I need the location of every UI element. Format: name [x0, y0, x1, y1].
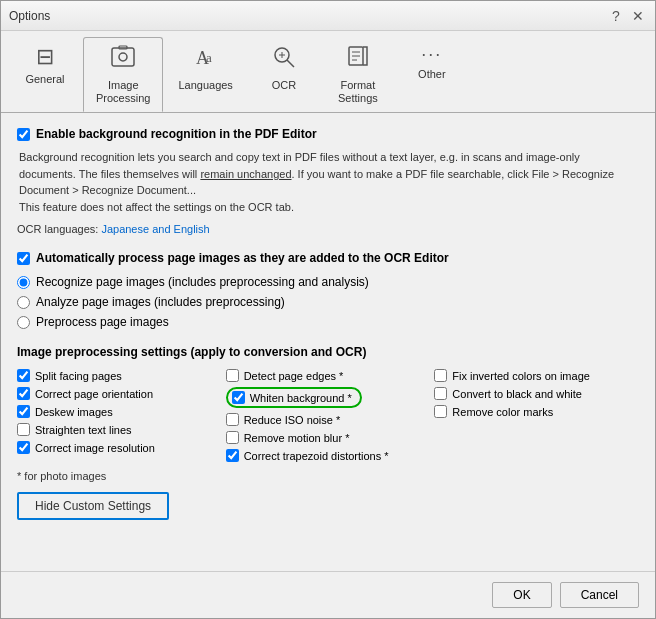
languages-icon: A a	[193, 44, 219, 76]
cb-detect-page-edges[interactable]: Detect page edges *	[226, 369, 431, 382]
ocr-languages-link[interactable]: Japanese and English	[101, 223, 209, 235]
hide-custom-settings-button[interactable]: Hide Custom Settings	[17, 492, 169, 520]
cb-split-facing[interactable]: Split facing pages	[17, 369, 222, 382]
tab-format-settings[interactable]: FormatSettings	[322, 37, 394, 112]
footer: OK Cancel	[1, 571, 655, 618]
radio-analyze-input[interactable]	[17, 296, 30, 309]
radio-preprocess[interactable]: Preprocess page images	[17, 315, 639, 329]
desc-underline: remain unchanged	[200, 168, 291, 180]
cb-whiten-background[interactable]: Whiten background *	[226, 387, 431, 408]
radio-analyze[interactable]: Analyze page images (includes preprocess…	[17, 295, 639, 309]
section-background-recognition: Enable background recognition in the PDF…	[17, 127, 639, 235]
main-content: Enable background recognition in the PDF…	[1, 113, 655, 571]
cb-whiten-bg-input[interactable]	[232, 391, 245, 404]
cb-reduce-iso[interactable]: Reduce ISO noise *	[226, 413, 431, 426]
tab-general[interactable]: ⊟ General	[9, 37, 81, 112]
desc-line4: This feature does not affect the setting…	[19, 201, 294, 213]
tab-ocr[interactable]: OCR	[248, 37, 320, 112]
cancel-button[interactable]: Cancel	[560, 582, 639, 608]
help-button[interactable]: ?	[607, 7, 625, 25]
radio-group: Recognize page images (includes preproce…	[17, 275, 639, 329]
tab-other[interactable]: ··· Other	[396, 37, 468, 112]
preprocessing-col1: Split facing pages Correct page orientat…	[17, 369, 222, 462]
desc-line1: Background recognition lets you search a…	[19, 151, 580, 163]
radio-recognize-label: Recognize page images (includes preproce…	[36, 275, 369, 289]
tab-general-label: General	[25, 73, 64, 86]
enable-bg-recognition-label[interactable]: Enable background recognition in the PDF…	[17, 127, 639, 141]
preprocessing-title: Image preprocessing settings (apply to c…	[17, 345, 639, 359]
radio-preprocess-input[interactable]	[17, 316, 30, 329]
title-bar: Options ? ✕	[1, 1, 655, 31]
desc-line3: Document > Recognize Document...	[19, 184, 196, 196]
radio-recognize-input[interactable]	[17, 276, 30, 289]
cb-straighten[interactable]: Straighten text lines	[17, 423, 222, 436]
svg-text:a: a	[206, 50, 212, 65]
ocr-languages-row: OCR languages: Japanese and English	[17, 223, 639, 235]
radio-preprocess-label: Preprocess page images	[36, 315, 169, 329]
preprocessing-grid: Split facing pages Correct page orientat…	[17, 369, 639, 462]
svg-line-6	[287, 60, 294, 67]
auto-process-text: Automatically process page images as the…	[36, 251, 449, 265]
auto-process-label[interactable]: Automatically process page images as the…	[17, 251, 639, 265]
cb-deskew[interactable]: Deskew images	[17, 405, 222, 418]
footnote: * for photo images	[17, 470, 639, 482]
image-processing-icon	[110, 44, 136, 76]
cb-correct-resolution[interactable]: Correct image resolution	[17, 441, 222, 454]
other-icon: ···	[421, 44, 442, 65]
whiten-highlight: Whiten background *	[226, 387, 362, 408]
ocr-languages-label: OCR languages:	[17, 223, 98, 235]
tab-other-label: Other	[418, 68, 446, 81]
section-auto-process: Automatically process page images as the…	[17, 251, 639, 329]
ok-button[interactable]: OK	[492, 582, 551, 608]
enable-bg-recognition-text: Enable background recognition in the PDF…	[36, 127, 317, 141]
format-settings-icon	[345, 44, 371, 76]
hide-btn-container: Hide Custom Settings	[17, 492, 639, 520]
tab-image-processing[interactable]: ImageProcessing	[83, 37, 163, 112]
preprocessing-col3: Fix inverted colors on image Convert to …	[434, 369, 639, 462]
dialog-title: Options	[9, 9, 50, 23]
tab-languages-label: Languages	[178, 79, 232, 92]
cb-correct-orientation[interactable]: Correct page orientation	[17, 387, 222, 400]
tab-image-processing-label: ImageProcessing	[96, 79, 150, 105]
cb-convert-bw[interactable]: Convert to black and white	[434, 387, 639, 400]
section-preprocessing: Image preprocessing settings (apply to c…	[17, 345, 639, 520]
tab-languages[interactable]: A a Languages	[165, 37, 245, 112]
tab-ocr-label: OCR	[272, 79, 296, 92]
close-button[interactable]: ✕	[629, 7, 647, 25]
bg-recognition-description: Background recognition lets you search a…	[17, 149, 639, 215]
tab-bar: ⊟ General ImageProcessing A a Languages	[1, 31, 655, 113]
tab-format-settings-label: FormatSettings	[338, 79, 378, 105]
enable-bg-recognition-checkbox[interactable]	[17, 128, 30, 141]
preprocessing-col2: Detect page edges * Whiten background * …	[226, 369, 431, 462]
cb-remove-color-marks[interactable]: Remove color marks	[434, 405, 639, 418]
svg-rect-0	[112, 48, 134, 66]
svg-point-1	[119, 53, 127, 61]
options-dialog: Options ? ✕ ⊟ General ImageProcessing	[0, 0, 656, 619]
radio-analyze-label: Analyze page images (includes preprocess…	[36, 295, 285, 309]
desc-line2: documents. The files themselves will rem…	[19, 168, 614, 180]
general-icon: ⊟	[36, 44, 54, 70]
cb-fix-inverted[interactable]: Fix inverted colors on image	[434, 369, 639, 382]
title-bar-controls: ? ✕	[607, 7, 647, 25]
ocr-icon	[271, 44, 297, 76]
cb-correct-trapezoid[interactable]: Correct trapezoid distortions *	[226, 449, 431, 462]
cb-remove-motion[interactable]: Remove motion blur *	[226, 431, 431, 444]
auto-process-checkbox[interactable]	[17, 252, 30, 265]
radio-recognize[interactable]: Recognize page images (includes preproce…	[17, 275, 639, 289]
